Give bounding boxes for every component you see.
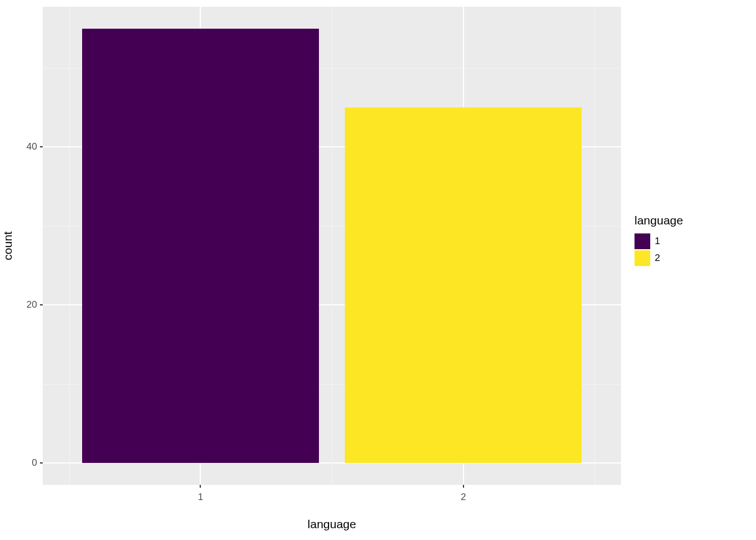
chart: 02040 12 count language language 12	[0, 0, 756, 540]
y-tick-label: 0	[9, 457, 37, 469]
bar	[345, 107, 582, 463]
plot-panel	[43, 7, 621, 485]
legend: language 12	[634, 214, 747, 267]
y-tick-label: 40	[9, 141, 37, 152]
x-tick-label: 2	[447, 492, 480, 503]
y-tick-mark	[40, 146, 43, 147]
x-tick-mark	[200, 485, 201, 488]
y-axis-title: count	[1, 231, 15, 260]
legend-label: 2	[655, 253, 660, 264]
legend-swatch	[634, 250, 650, 266]
y-tick-label: 20	[9, 299, 37, 310]
legend-label: 1	[655, 236, 660, 247]
legend-title: language	[634, 214, 747, 227]
grid-line-minor	[69, 7, 70, 485]
bar	[82, 29, 319, 464]
x-axis-title: language	[308, 518, 356, 531]
y-tick-mark	[40, 304, 43, 305]
grid-line-minor	[595, 7, 595, 485]
y-tick-mark	[40, 462, 43, 464]
legend-item: 1	[634, 233, 747, 250]
legend-swatch	[634, 233, 650, 249]
x-tick-label: 1	[183, 492, 217, 503]
x-tick-mark	[463, 485, 464, 488]
grid-line-minor	[332, 7, 332, 485]
legend-item: 2	[634, 250, 747, 267]
